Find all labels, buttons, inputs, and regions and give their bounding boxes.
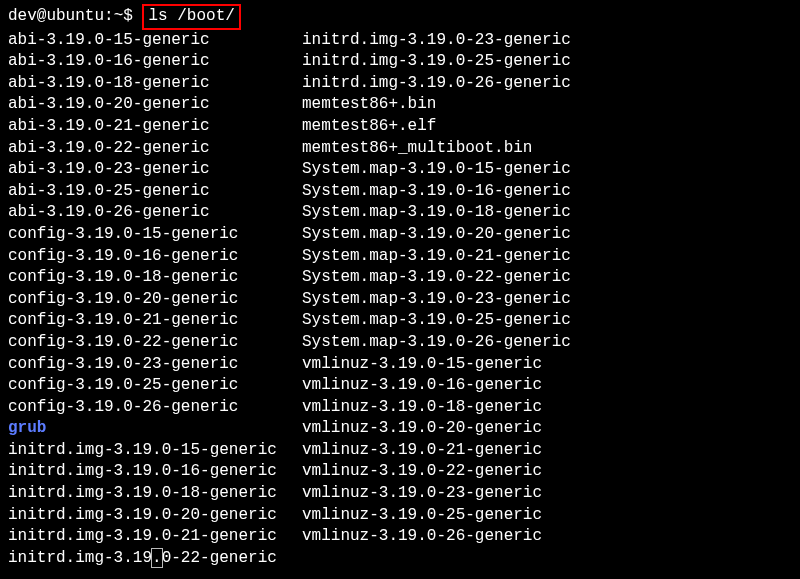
file-entry: initrd.img-3.19.0-20-generic: [8, 505, 298, 527]
file-entry: vmlinuz-3.19.0-18-generic: [302, 397, 588, 419]
file-entry: initrd.img-3.19.0-26-generic: [302, 73, 588, 95]
terminal-cursor: .: [152, 549, 162, 567]
file-entry: config-3.19.0-16-generic: [8, 246, 298, 268]
file-entry: System.map-3.19.0-23-generic: [302, 289, 588, 311]
file-entry: config-3.19.0-18-generic: [8, 267, 298, 289]
file-entry: config-3.19.0-22-generic: [8, 332, 298, 354]
file-entry: initrd.img-3.19.0-23-generic: [302, 30, 588, 52]
file-entry: System.map-3.19.0-22-generic: [302, 267, 588, 289]
file-entry: vmlinuz-3.19.0-23-generic: [302, 483, 588, 505]
file-entry: abi-3.19.0-20-generic: [8, 94, 298, 116]
prompt-user-host: dev@ubuntu:~$: [8, 7, 133, 25]
file-entry: grub: [8, 418, 298, 440]
file-entry: System.map-3.19.0-15-generic: [302, 159, 588, 181]
file-entry: abi-3.19.0-26-generic: [8, 202, 298, 224]
file-entry: config-3.19.0-15-generic: [8, 224, 298, 246]
command-text: ls /boot/: [148, 7, 234, 25]
file-entry: vmlinuz-3.19.0-25-generic: [302, 505, 588, 527]
file-entry: System.map-3.19.0-26-generic: [302, 332, 588, 354]
file-entry: abi-3.19.0-15-generic: [8, 30, 298, 52]
file-entry: abi-3.19.0-23-generic: [8, 159, 298, 181]
file-entry: vmlinuz-3.19.0-21-generic: [302, 440, 588, 462]
file-entry: abi-3.19.0-21-generic: [8, 116, 298, 138]
file-entry: vmlinuz-3.19.0-26-generic: [302, 526, 588, 548]
file-entry: initrd.img-3.19.0-18-generic: [8, 483, 298, 505]
file-entry: System.map-3.19.0-20-generic: [302, 224, 588, 246]
file-entry: abi-3.19.0-22-generic: [8, 138, 298, 160]
file-entry: memtest86+.bin: [302, 94, 588, 116]
file-entry: initrd.img-3.19.0-15-generic: [8, 440, 298, 462]
file-entry: memtest86+.elf: [302, 116, 588, 138]
file-entry: config-3.19.0-20-generic: [8, 289, 298, 311]
file-entry: abi-3.19.0-16-generic: [8, 51, 298, 73]
file-entry: vmlinuz-3.19.0-16-generic: [302, 375, 588, 397]
file-entry: memtest86+_multiboot.bin: [302, 138, 588, 160]
file-entry: initrd.img-3.19.0-16-generic: [8, 461, 298, 483]
file-entry: vmlinuz-3.19.0-22-generic: [302, 461, 588, 483]
ls-output: abi-3.19.0-15-genericabi-3.19.0-16-gener…: [8, 30, 792, 570]
file-entry: config-3.19.0-23-generic: [8, 354, 298, 376]
file-entry: System.map-3.19.0-18-generic: [302, 202, 588, 224]
file-entry: System.map-3.19.0-21-generic: [302, 246, 588, 268]
file-entry: vmlinuz-3.19.0-15-generic: [302, 354, 588, 376]
file-entry: System.map-3.19.0-16-generic: [302, 181, 588, 203]
file-entry: abi-3.19.0-18-generic: [8, 73, 298, 95]
file-entry: initrd.img-3.19.0-25-generic: [302, 51, 588, 73]
output-column-1: abi-3.19.0-15-genericabi-3.19.0-16-gener…: [8, 30, 298, 570]
prompt-line[interactable]: dev@ubuntu:~$ ls /boot/: [8, 4, 792, 30]
file-entry: System.map-3.19.0-25-generic: [302, 310, 588, 332]
file-entry: initrd.img-3.19.0-21-generic: [8, 526, 298, 548]
output-column-2: initrd.img-3.19.0-23-genericinitrd.img-3…: [298, 30, 588, 570]
command-highlight-box: ls /boot/: [142, 4, 240, 30]
file-entry: config-3.19.0-26-generic: [8, 397, 298, 419]
file-entry: config-3.19.0-25-generic: [8, 375, 298, 397]
file-entry: abi-3.19.0-25-generic: [8, 181, 298, 203]
file-entry: vmlinuz-3.19.0-20-generic: [302, 418, 588, 440]
file-entry: config-3.19.0-21-generic: [8, 310, 298, 332]
file-entry: initrd.img-3.19.0-22-generic: [8, 548, 298, 570]
